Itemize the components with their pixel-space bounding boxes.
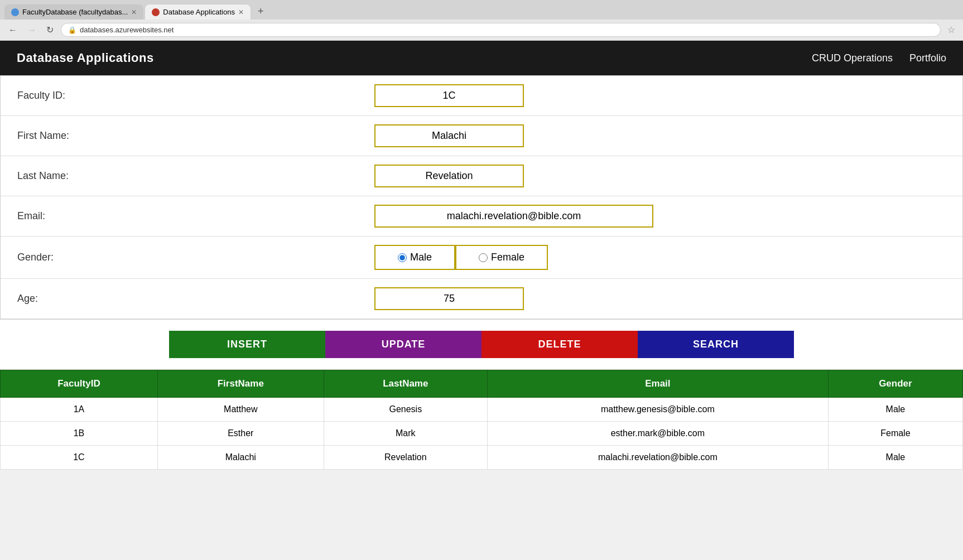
first-name-row: First Name:: [1, 116, 962, 156]
first-name-input[interactable]: [374, 124, 524, 147]
faculty-id-field: [363, 76, 962, 115]
cell-3-0: Male: [828, 398, 962, 422]
email-label: Email:: [1, 202, 363, 230]
faculty-id-row: Faculty ID:: [1, 76, 962, 116]
gender-male-option[interactable]: Male: [374, 245, 455, 270]
nav-portfolio[interactable]: Portfolio: [909, 52, 946, 64]
last-name-row: Last Name:: [1, 156, 962, 196]
forward-button[interactable]: →: [25, 24, 39, 36]
gender-female-label: Female: [491, 252, 524, 263]
address-text: databases.azurewebsites.net: [80, 26, 174, 34]
gender-male-radio[interactable]: [398, 253, 407, 262]
tab-favicon-1: [11, 8, 19, 16]
back-button[interactable]: ←: [6, 24, 20, 36]
cell-id-1: 1B: [1, 422, 158, 446]
lock-icon: 🔒: [68, 26, 76, 34]
gender-row: Gender: Male Female: [1, 236, 962, 279]
gender-options: Male Female: [374, 245, 951, 270]
faculty-form: Faculty ID: First Name: Last Name: Email…: [0, 75, 963, 320]
tab-bar: FacultyDatabase (facultydabas... ✕ Datab…: [0, 0, 963, 20]
cell-1-0: Genesis: [324, 398, 487, 422]
faculty-table-container: FacultyID FirstName LastName Email Gende…: [0, 370, 963, 470]
col-lastname: LastName: [324, 370, 487, 398]
gender-female-radio[interactable]: [479, 253, 488, 262]
cell-2-1: esther.mark@bible.com: [487, 422, 828, 446]
tab-favicon-2: [152, 8, 160, 16]
tab-2[interactable]: Database Applications ✕: [145, 4, 251, 20]
delete-button[interactable]: DELETE: [482, 331, 638, 358]
first-name-field: [363, 116, 962, 156]
col-email: Email: [487, 370, 828, 398]
age-row: Age:: [1, 279, 962, 319]
age-label: Age:: [1, 284, 363, 313]
cell-1-2: Revelation: [324, 446, 487, 470]
last-name-input[interactable]: [374, 165, 524, 187]
table-row[interactable]: →1CMalachiRevelationmalachi.revelation@b…: [1, 446, 963, 470]
app-title: Database Applications: [17, 51, 154, 65]
email-field: [363, 196, 962, 236]
browser-chrome: FacultyDatabase (facultydabas... ✕ Datab…: [0, 0, 963, 41]
tab-label-1: FacultyDatabase (facultydabas...: [22, 8, 128, 16]
bookmark-icon[interactable]: ☆: [945, 25, 957, 35]
cell-id-0: 1A: [1, 398, 158, 422]
age-field: [363, 279, 962, 318]
gender-female-option[interactable]: Female: [455, 245, 548, 270]
gender-male-label: Male: [410, 252, 432, 263]
col-gender: Gender: [828, 370, 962, 398]
faculty-id-label: Faculty ID:: [1, 81, 363, 110]
first-name-label: First Name:: [1, 122, 363, 150]
address-bar[interactable]: 🔒 databases.azurewebsites.net: [61, 23, 941, 37]
cell-0-1: Esther: [157, 422, 324, 446]
reload-button[interactable]: ↻: [44, 23, 56, 36]
last-name-field: [363, 156, 962, 196]
email-row: Email:: [1, 196, 962, 236]
tab-label-2: Database Applications: [163, 8, 235, 16]
cell-0-0: Matthew: [157, 398, 324, 422]
cell-1-1: Mark: [324, 422, 487, 446]
update-button[interactable]: UPDATE: [325, 331, 482, 358]
last-name-label: Last Name:: [1, 162, 363, 190]
tab-1[interactable]: FacultyDatabase (facultydabas... ✕: [4, 4, 143, 20]
gender-label: Gender:: [1, 243, 363, 272]
cell-2-2: malachi.revelation@bible.com: [487, 446, 828, 470]
cell-3-2: Male: [828, 446, 962, 470]
nav-crud-operations[interactable]: CRUD Operations: [812, 52, 893, 64]
col-facultyid: FacultyID: [1, 370, 158, 398]
tab-close-1[interactable]: ✕: [131, 8, 137, 16]
table-row[interactable]: 1BEstherMarkesther.mark@bible.comFemale: [1, 422, 963, 446]
new-tab-button[interactable]: +: [252, 3, 269, 20]
app-navbar: Database Applications CRUD Operations Po…: [0, 41, 963, 75]
table-header-row: FacultyID FirstName LastName Email Gende…: [1, 370, 963, 398]
col-firstname: FirstName: [157, 370, 324, 398]
cell-3-1: Female: [828, 422, 962, 446]
cell-0-2: Malachi: [157, 446, 324, 470]
faculty-table: FacultyID FirstName LastName Email Gende…: [0, 370, 963, 470]
cell-id-2: →1C: [1, 446, 158, 470]
nav-links: CRUD Operations Portfolio: [812, 52, 946, 64]
tab-close-2[interactable]: ✕: [238, 8, 244, 16]
search-button[interactable]: SEARCH: [638, 331, 794, 358]
age-input[interactable]: [374, 287, 524, 310]
cell-2-0: matthew.genesis@bible.com: [487, 398, 828, 422]
insert-button[interactable]: INSERT: [169, 331, 325, 358]
gender-field: Male Female: [363, 236, 962, 278]
email-input[interactable]: [374, 205, 653, 228]
address-bar-row: ← → ↻ 🔒 databases.azurewebsites.net ☆: [0, 20, 963, 40]
table-row[interactable]: 1AMatthewGenesismatthew.genesis@bible.co…: [1, 398, 963, 422]
faculty-id-input[interactable]: [374, 84, 524, 107]
action-buttons: INSERT UPDATE DELETE SEARCH: [0, 320, 963, 370]
